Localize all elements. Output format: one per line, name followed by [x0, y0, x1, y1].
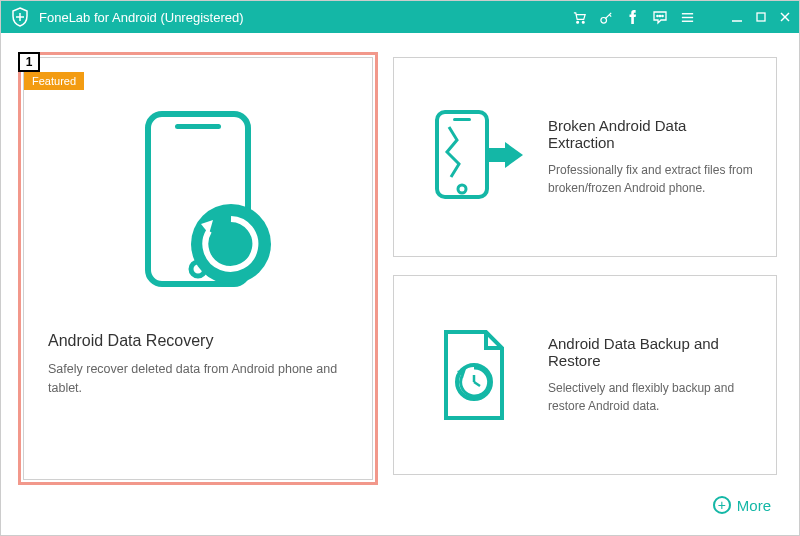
file-backup-icon: [414, 320, 534, 430]
backup-card-title: Android Data Backup and Restore: [548, 335, 756, 369]
backup-card-desc: Selectively and flexibly backup and rest…: [548, 379, 756, 415]
svg-rect-23: [487, 148, 505, 162]
more-row: + More: [1, 490, 799, 514]
svg-marker-24: [505, 142, 523, 168]
maximize-button[interactable]: [755, 11, 767, 23]
close-button[interactable]: [779, 11, 791, 23]
svg-point-7: [662, 15, 663, 16]
svg-line-28: [474, 382, 480, 386]
app-window: FoneLab for Android (Unregistered): [0, 0, 800, 536]
key-icon[interactable]: [599, 10, 614, 25]
android-data-recovery-card[interactable]: 1 Featured Android Data Recovery: [23, 57, 373, 480]
left-column: 1 Featured Android Data Recovery: [23, 57, 373, 480]
step-number-badge: 1: [18, 52, 40, 72]
broken-phone-icon: [414, 102, 534, 212]
feedback-icon[interactable]: [652, 9, 668, 25]
menu-icon[interactable]: [680, 10, 695, 25]
broken-data-extraction-card[interactable]: Broken Android Data Extraction Professio…: [393, 57, 777, 257]
svg-rect-12: [757, 13, 765, 21]
extraction-card-desc: Professionally fix and extract files fro…: [548, 161, 756, 197]
recovery-card-title: Android Data Recovery: [48, 332, 348, 350]
svg-point-2: [577, 21, 579, 23]
plus-circle-icon: +: [713, 496, 731, 514]
cart-icon[interactable]: [572, 10, 587, 25]
svg-point-5: [657, 15, 658, 16]
svg-point-22: [458, 185, 466, 193]
more-button[interactable]: + More: [713, 496, 771, 514]
svg-point-6: [659, 15, 660, 16]
app-title: FoneLab for Android (Unregistered): [39, 10, 572, 25]
more-label: More: [737, 497, 771, 514]
titlebar[interactable]: FoneLab for Android (Unregistered): [1, 1, 799, 33]
svg-rect-21: [453, 118, 471, 121]
minimize-button[interactable]: [731, 11, 743, 23]
backup-restore-card[interactable]: Android Data Backup and Restore Selectiv…: [393, 275, 777, 475]
svg-rect-16: [175, 124, 221, 129]
extraction-card-title: Broken Android Data Extraction: [548, 117, 756, 151]
featured-badge: Featured: [24, 72, 84, 90]
main-content: 1 Featured Android Data Recovery: [1, 33, 799, 490]
app-logo-icon: [9, 6, 31, 28]
titlebar-right-icons: [572, 9, 791, 25]
recovery-card-desc: Safely recover deleted data from Android…: [48, 360, 348, 398]
facebook-icon[interactable]: [626, 10, 640, 24]
phone-recovery-icon: [48, 84, 348, 324]
right-column: Broken Android Data Extraction Professio…: [393, 57, 777, 480]
svg-point-3: [582, 21, 584, 23]
